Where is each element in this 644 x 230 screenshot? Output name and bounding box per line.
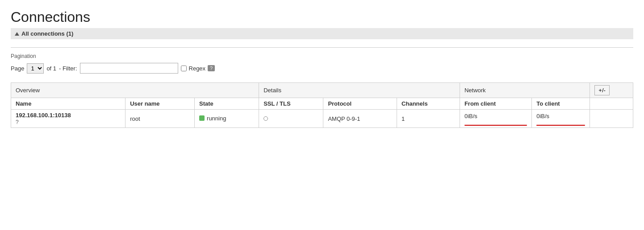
of-text: of 1: [46, 65, 56, 72]
state-label: running: [207, 115, 226, 122]
to-client-value: 0iB/s: [536, 113, 549, 119]
network-header: Network: [460, 83, 590, 98]
cell-ssl: [259, 110, 323, 128]
regex-label: Regex: [189, 65, 206, 72]
cell-state: running: [195, 110, 259, 128]
details-header: Details: [259, 83, 460, 98]
regex-checkbox[interactable]: [181, 66, 187, 71]
col-protocol: Protocol: [323, 98, 397, 110]
page-text: Page: [11, 65, 24, 72]
col-from-client: From client: [460, 98, 531, 110]
cell-extra: [590, 110, 633, 128]
pagination-controls: Page 1 of 1 - Filter: Regex ?: [11, 63, 633, 74]
page-title: Connections: [11, 9, 633, 25]
connections-table: Overview Details Network +/- Name User n…: [11, 82, 633, 128]
connections-table-wrapper: Overview Details Network +/- Name User n…: [11, 82, 633, 128]
cell-protocol: AMQP 0-9-1: [323, 110, 397, 128]
col-channels: Channels: [397, 98, 460, 110]
regex-help-icon[interactable]: ?: [208, 65, 215, 71]
pagination-section: Pagination Page 1 of 1 - Filter: Regex ?: [11, 47, 633, 74]
collapse-icon: [15, 32, 19, 36]
to-client-red-line: [536, 125, 585, 126]
from-client-value: 0iB/s: [464, 113, 477, 119]
pagination-label: Pagination: [11, 53, 633, 59]
cell-username: root: [125, 110, 195, 128]
cell-name: 192.168.100.1:10138?: [11, 110, 125, 128]
page-select[interactable]: 1: [27, 63, 44, 74]
col-to-client: To client: [532, 98, 590, 110]
cell-to-client: 0iB/s: [532, 110, 590, 128]
overview-header: Overview: [11, 83, 259, 98]
col-ssl-tls: SSL / TLS: [259, 98, 323, 110]
cell-channels: 1: [397, 110, 460, 128]
cell-from-client: 0iB/s: [460, 110, 531, 128]
filter-input[interactable]: [80, 63, 178, 74]
col-extra: [590, 98, 633, 110]
col-state: State: [195, 98, 259, 110]
group-header-row: Overview Details Network +/-: [11, 83, 633, 98]
plus-minus-button[interactable]: +/-: [594, 85, 610, 95]
all-connections-label: All connections (1): [21, 30, 73, 37]
conn-name-value: 192.168.100.1:10138: [16, 112, 71, 119]
plus-minus-header[interactable]: +/-: [590, 83, 633, 98]
regex-area: Regex ?: [181, 65, 215, 72]
conn-sub-value: ?: [16, 119, 19, 125]
col-name: Name: [11, 98, 125, 110]
all-connections-bar[interactable]: All connections (1): [11, 28, 633, 39]
connections-tbody: 192.168.100.1:10138?rootrunningAMQP 0-9-…: [11, 110, 633, 128]
ssl-circle-icon: [263, 116, 268, 121]
table-row[interactable]: 192.168.100.1:10138?rootrunningAMQP 0-9-…: [11, 110, 633, 128]
state-dot: [199, 115, 205, 121]
col-username: User name: [125, 98, 195, 110]
filter-text: - Filter:: [59, 65, 77, 72]
col-header-row: Name User name State SSL / TLS Protocol …: [11, 98, 633, 110]
from-client-red-line: [464, 125, 527, 126]
